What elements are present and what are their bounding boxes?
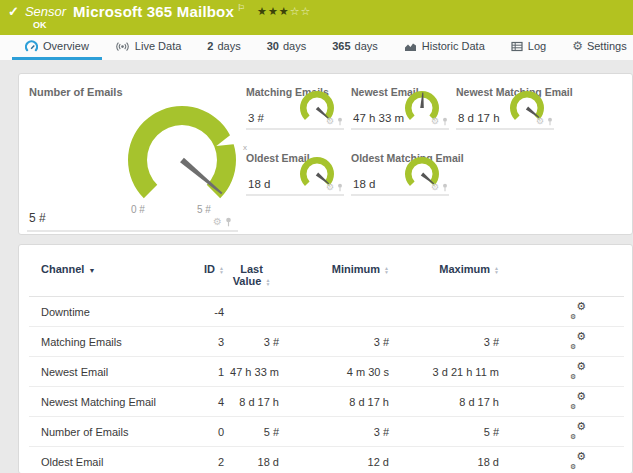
channels-table-card: Channel▼ ID▲▼ Last Value▲▼ Minimum▲▼ Max… bbox=[18, 244, 633, 473]
channel-last-value: 18 d bbox=[224, 447, 279, 473]
star-filled-icons[interactable]: ★★★ bbox=[257, 5, 290, 17]
object-type-label: Sensor bbox=[25, 4, 66, 19]
channel-settings-icon[interactable]: ⚙⚙ bbox=[570, 304, 586, 317]
channel-settings-icon[interactable]: ⚙⚙ bbox=[570, 334, 586, 347]
tab-settings[interactable]: ⚙ Settings bbox=[559, 35, 633, 60]
tab-historic-data[interactable]: Historic Data bbox=[391, 35, 498, 60]
table-row-newest-email[interactable]: Newest Email 1 47 h 33 m 4 m 30 s 3 d 21… bbox=[29, 357, 624, 387]
gauge-scale-min: 0 # bbox=[131, 204, 145, 215]
gauge-panel-newest-matching-email[interactable]: Newest Matching Email 8 d 17 h ⚙ bbox=[456, 86, 554, 130]
gauge-panel-oldest-email[interactable]: Oldest Email 18 d ⚙ bbox=[246, 152, 344, 196]
tab-label: Live Data bbox=[135, 40, 181, 52]
channel-minimum: 8 d 17 h bbox=[279, 387, 389, 417]
gauge-panel-newest-email[interactable]: Newest Email 47 h 33 m ⚙ bbox=[351, 86, 449, 130]
tab-label: days bbox=[217, 40, 240, 52]
broadcast-icon bbox=[115, 41, 130, 52]
gauge-value: 18 d bbox=[248, 178, 270, 190]
gear-icon[interactable]: ⚙ bbox=[431, 117, 439, 126]
gauge-panel-number-of-emails[interactable]: Number of Emails x 0 # 5 # 5 # ⚙ bbox=[25, 82, 240, 232]
channel-maximum: 8 d 17 h bbox=[389, 387, 499, 417]
gauge-panel-oldest-matching-email[interactable]: Oldest Matching Email 18 d ⚙ bbox=[351, 152, 449, 196]
channel-maximum: 3 d 21 h 11 m bbox=[389, 357, 499, 387]
sensor-header: ✓ Sensor Microsoft 365 Mailbox ⚐ ★★★☆☆ O… bbox=[0, 0, 633, 35]
gauge-value: 3 # bbox=[248, 112, 264, 124]
tab-label: Overview bbox=[43, 40, 89, 52]
status-ok-check-icon: ✓ bbox=[8, 4, 19, 19]
channel-maximum: 3 # bbox=[389, 327, 499, 357]
tab-number: 2 bbox=[207, 40, 213, 52]
channel-id: -4 bbox=[184, 297, 224, 327]
tab-label: days bbox=[283, 40, 306, 52]
mini-gauge-chart bbox=[397, 153, 447, 199]
log-icon bbox=[511, 41, 523, 52]
page-title: Microsoft 365 Mailbox bbox=[73, 3, 234, 20]
sort-icon: ▲▼ bbox=[219, 266, 224, 275]
mini-gauge-chart bbox=[292, 87, 342, 133]
tab-label: Settings bbox=[587, 40, 627, 52]
gauge-value: 47 h 33 m bbox=[353, 112, 404, 124]
tab-label: Log bbox=[528, 40, 546, 52]
channel-settings-icon[interactable]: ⚙⚙ bbox=[570, 454, 586, 467]
pin-icon[interactable] bbox=[225, 217, 232, 227]
pin-icon[interactable] bbox=[337, 183, 343, 192]
channel-maximum: 18 d bbox=[389, 447, 499, 473]
column-header-minimum[interactable]: Minimum▲▼ bbox=[279, 245, 389, 297]
pin-icon[interactable] bbox=[442, 117, 448, 126]
table-row-number-of-emails[interactable]: Number of Emails 0 5 # 3 # 5 # ⚙⚙ bbox=[29, 417, 624, 447]
sort-icon: ▲▼ bbox=[384, 266, 389, 275]
channel-settings-icon[interactable]: ⚙⚙ bbox=[570, 394, 586, 407]
pin-icon[interactable] bbox=[547, 117, 553, 126]
channel-settings-icon[interactable]: ⚙⚙ bbox=[570, 424, 586, 437]
table-row-matching-emails[interactable]: Matching Emails 3 3 # 3 # 3 # ⚙⚙ bbox=[29, 327, 624, 357]
table-row-newest-matching-email[interactable]: Newest Matching Email 4 8 d 17 h 8 d 17 … bbox=[29, 387, 624, 417]
channel-last-value: 5 # bbox=[224, 417, 279, 447]
channel-name: Newest Matching Email bbox=[29, 387, 184, 417]
gear-icon[interactable]: ⚙ bbox=[213, 217, 222, 227]
tab-label: days bbox=[355, 40, 378, 52]
table-row-oldest-email[interactable]: Oldest Email 2 18 d 12 d 18 d ⚙⚙ bbox=[29, 447, 624, 473]
channel-name: Matching Emails bbox=[29, 327, 184, 357]
channel-settings-icon[interactable]: ⚙⚙ bbox=[570, 364, 586, 377]
table-row-downtime[interactable]: Downtime -4 ⚙⚙ bbox=[29, 297, 624, 327]
sort-icon: ▲▼ bbox=[494, 266, 499, 275]
channel-maximum bbox=[389, 297, 499, 327]
channel-last-value: 3 # bbox=[224, 327, 279, 357]
channel-minimum bbox=[279, 297, 389, 327]
gauge-icon bbox=[25, 40, 38, 52]
tab-bar: Overview Live Data 2 days 30 days 365 da… bbox=[0, 35, 633, 60]
tab-365-days[interactable]: 365 days bbox=[319, 35, 391, 60]
mini-gauge-chart bbox=[292, 153, 342, 199]
mini-gauge-chart bbox=[397, 87, 447, 133]
tab-2-days[interactable]: 2 days bbox=[194, 35, 253, 60]
tab-30-days[interactable]: 30 days bbox=[254, 35, 320, 60]
gauge-value: 18 d bbox=[353, 178, 375, 190]
column-header-channel[interactable]: Channel▼ bbox=[29, 245, 184, 297]
tab-live-data[interactable]: Live Data bbox=[102, 35, 194, 60]
small-gauges-grid: Matching Emails 3 # ⚙ Newest Email 47 h … bbox=[246, 86, 616, 234]
column-header-last-value[interactable]: Last Value▲▼ bbox=[224, 245, 279, 297]
main-gauge-chart: x bbox=[107, 88, 257, 228]
column-header-id[interactable]: ID▲▼ bbox=[184, 245, 224, 297]
gauge-scale-max: 5 # bbox=[197, 204, 211, 215]
gear-icon[interactable]: ⚙ bbox=[431, 183, 439, 192]
gauge-panel-matching-emails[interactable]: Matching Emails 3 # ⚙ bbox=[246, 86, 344, 130]
star-empty-icons[interactable]: ☆☆ bbox=[290, 5, 312, 17]
channel-id: 3 bbox=[184, 327, 224, 357]
priority-stars[interactable]: ★★★☆☆ bbox=[257, 5, 311, 18]
tab-number: 30 bbox=[267, 40, 279, 52]
gear-icon[interactable]: ⚙ bbox=[326, 117, 334, 126]
channel-minimum: 12 d bbox=[279, 447, 389, 473]
channel-id: 4 bbox=[184, 387, 224, 417]
pin-icon[interactable] bbox=[337, 117, 343, 126]
column-header-maximum[interactable]: Maximum▲▼ bbox=[389, 245, 499, 297]
tab-log[interactable]: Log bbox=[498, 35, 559, 60]
gear-icon[interactable]: ⚙ bbox=[326, 183, 334, 192]
pin-icon[interactable] bbox=[442, 183, 448, 192]
channel-minimum: 4 m 30 s bbox=[279, 357, 389, 387]
tab-overview[interactable]: Overview bbox=[12, 35, 102, 60]
gear-icon[interactable]: ⚙ bbox=[536, 117, 544, 126]
channel-name: Oldest Email bbox=[29, 447, 184, 473]
panel-divider bbox=[27, 230, 238, 232]
priority-flag-icon[interactable]: ⚐ bbox=[237, 3, 245, 13]
tab-label: Historic Data bbox=[422, 40, 485, 52]
